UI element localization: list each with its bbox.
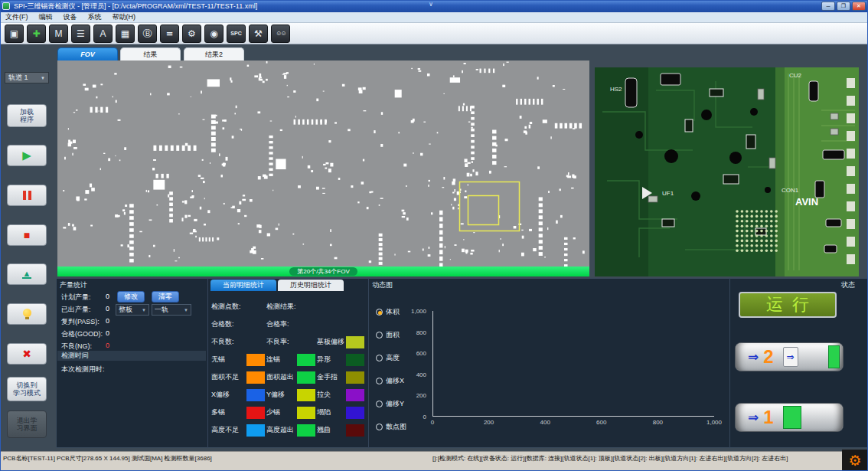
menubar: 文件(F) 编辑 设备 系统 帮助(H): [0, 12, 868, 23]
defect-legend-item: 高度超出: [266, 424, 317, 437]
panel-divider: [729, 278, 730, 448]
clear-button[interactable]: 清零: [152, 291, 179, 303]
toolbar-tools-icon[interactable]: ⚒: [249, 25, 268, 43]
exit-learn-button[interactable]: 退出学 习界面: [7, 410, 47, 438]
legend-swatch: [346, 424, 364, 437]
defect-legend-item: 多锡: [211, 407, 266, 419]
toolbar-qrcode-icon[interactable]: ▦: [116, 25, 135, 43]
pause-icon: [23, 191, 31, 200]
bga-pad-grid: [736, 210, 778, 252]
defect-legend-item: 金手指: [317, 371, 366, 384]
eject-button[interactable]: ▲: [7, 263, 47, 285]
tab-history-detail[interactable]: 历史明细统计: [278, 280, 344, 291]
abort-button[interactable]: ✖: [7, 343, 47, 365]
track-select-dropdown[interactable]: 轨道 1 ▼: [5, 72, 49, 83]
menu-file[interactable]: 文件(F): [0, 12, 34, 22]
chevron-down-icon: ▼: [142, 308, 146, 312]
field-label: 合格率:: [266, 319, 317, 329]
track-1-indicator: ⇒ 1: [735, 403, 844, 432]
defect-legend-item: 拉尖: [317, 389, 366, 401]
chevron-down-icon: ▼: [184, 308, 188, 312]
tab-fov[interactable]: FOV: [57, 47, 118, 61]
tab-result[interactable]: 结果: [120, 47, 181, 61]
menu-system[interactable]: 系统: [83, 12, 107, 22]
track-2-number: 2: [763, 348, 773, 366]
switch-learn-mode-button[interactable]: 切换到 学习模式: [7, 377, 47, 401]
defect-legend-item: 塌陷: [317, 407, 366, 419]
start-button[interactable]: ▶: [7, 145, 47, 166]
inspection-time-label: 本次检测用时:: [61, 365, 105, 375]
radio-scatter[interactable]: 散点图: [376, 422, 406, 432]
menu-help[interactable]: 帮助(H): [107, 12, 142, 22]
legend-swatch: [346, 354, 364, 366]
light-bulb-icon: [23, 309, 31, 317]
field-label: 检测结果:: [266, 302, 317, 312]
app-icon: [2, 2, 10, 10]
toolbar-equal-icon[interactable]: ＝: [160, 25, 179, 43]
camera-view: HS2 CU2 UF1 CON1 AVIN: [595, 67, 859, 276]
inspection-time-header: 检测时间: [57, 351, 206, 361]
legend-swatch: [246, 354, 265, 366]
pcb-layout-canvas[interactable]: [57, 61, 589, 267]
defect-legend-item: X偏移: [211, 389, 266, 401]
radio-icon: [376, 355, 383, 361]
track-2-indicator: ⇒ 2 ⇒: [735, 342, 844, 371]
detail-statistics-grid: 检测点数: 检测结果: 合格数: 合格率: 不良数: 不良率: 基板偏移 无锡 …: [211, 298, 366, 439]
toolbar-add-icon[interactable]: ✚: [27, 25, 46, 43]
tab-result2[interactable]: 结果2: [184, 47, 244, 61]
minimize-button[interactable]: ─: [821, 2, 835, 11]
status-title: 状态: [841, 280, 855, 290]
legend-swatch: [297, 371, 315, 384]
fov-viewport[interactable]: [57, 61, 589, 267]
track-1-number: 1: [763, 408, 773, 427]
board-position-indicator: [783, 406, 801, 429]
defect-legend-item: 基板偏移: [317, 336, 366, 348]
toolbar: ▣ ✚ M ☰ A ▦ Ⓑ ＝ ⚙ ◉ SPC ⚒ ☺☺: [0, 23, 868, 44]
toolbar-camera-icon[interactable]: ◉: [204, 25, 224, 43]
menu-edit[interactable]: 编辑: [34, 12, 58, 22]
maximize-button[interactable]: ❐: [837, 2, 850, 11]
pause-button[interactable]: [7, 185, 47, 206]
menu-device[interactable]: 设备: [58, 12, 83, 22]
defect-legend-item: 异形: [317, 354, 366, 366]
camera-label-avin: AVIN: [795, 196, 818, 208]
titlebar-caret-icon[interactable]: ∨: [429, 1, 433, 8]
dynamic-chart-plot: [432, 311, 714, 417]
close-button[interactable]: ✕: [852, 2, 866, 11]
tab-current-detail[interactable]: 当前明细统计: [210, 280, 276, 291]
settings-gear-icon[interactable]: ⚙: [842, 450, 868, 471]
toolbar-sliders-icon[interactable]: ☰: [71, 25, 90, 43]
panel-divider: [368, 278, 369, 448]
camera-label-hs2: HS2: [610, 86, 622, 93]
legend-swatch: [297, 389, 315, 401]
toolbar-b-circle-icon[interactable]: Ⓑ: [138, 25, 157, 43]
toolbar-screen-icon[interactable]: ▣: [5, 25, 24, 43]
camera-pcb-photo: [595, 67, 859, 276]
fov-progress-label: 第20个/共34个FOV: [289, 267, 357, 276]
toolbar-users-icon[interactable]: ☺☺: [271, 25, 290, 43]
track-scope-dropdown[interactable]: 一轨▼: [152, 304, 191, 316]
toolbar-gear-icon[interactable]: ⚙: [182, 25, 201, 43]
defect-legend-item: 面积不足: [211, 371, 266, 384]
toolbar-spc-chart-icon[interactable]: SPC: [227, 25, 246, 43]
load-program-button[interactable]: 加载 程序: [7, 104, 47, 127]
toolbar-mark-m-icon[interactable]: M: [49, 25, 68, 43]
camera-label-uf1: UF1: [662, 190, 674, 197]
arrow-right-icon: ⇒: [787, 352, 795, 362]
board-scope-dropdown[interactable]: 整板▼: [116, 304, 149, 316]
window-title: SPI-三维锡膏检测仪 - [管理员] - [D:/vcta/PROGRAM/x…: [14, 2, 257, 11]
light-button[interactable]: [7, 303, 47, 325]
modify-button[interactable]: 修改: [117, 291, 145, 303]
play-icon: ▶: [22, 150, 31, 161]
toolbar-align-a-icon[interactable]: A: [93, 25, 113, 43]
chart-x-axis-labels: 02004006008001,000: [432, 419, 714, 427]
camera-label-con1: CON1: [782, 187, 798, 194]
stop-button[interactable]: ■: [7, 224, 47, 246]
defect-legend-item: 高度不足: [211, 424, 266, 437]
fov-progress-bar: 第20个/共34个FOV: [57, 267, 589, 276]
chevron-down-icon: ▼: [41, 76, 45, 80]
chart-y-axis-labels: 1,0008006004002000: [396, 311, 429, 417]
panel-divider: [207, 278, 208, 448]
radio-icon: [376, 332, 383, 339]
run-status-button[interactable]: 运行: [739, 292, 837, 318]
